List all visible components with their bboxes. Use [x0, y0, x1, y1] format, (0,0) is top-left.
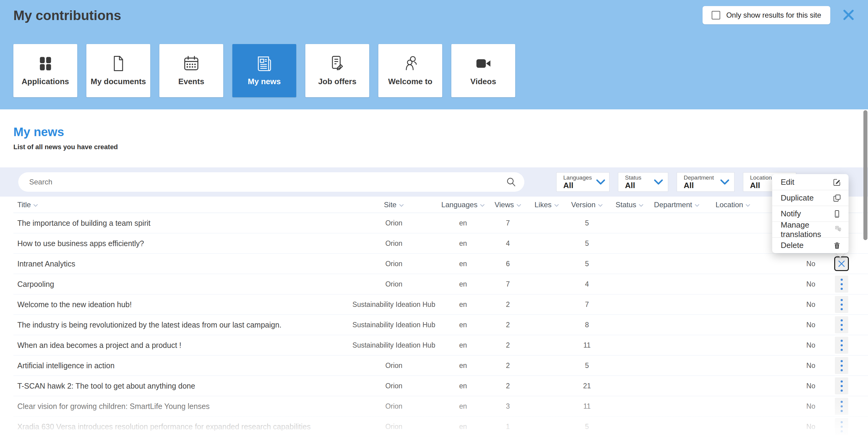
only-this-site-checkbox[interactable]: [712, 11, 720, 20]
table-row[interactable]: Clear vision for growing children: Smart…: [13, 396, 868, 416]
tab-events[interactable]: Events: [159, 44, 223, 97]
close-row-menu-button[interactable]: [834, 257, 849, 271]
column-header-likes[interactable]: Likes: [531, 201, 563, 209]
table-row[interactable]: T-SCAN hawk 2: The tool to get about any…: [13, 376, 868, 396]
cell-actions: [831, 418, 852, 435]
column-label: Views: [495, 201, 514, 209]
menu-item-delete[interactable]: Delete: [772, 237, 848, 253]
row-menu-button[interactable]: [835, 316, 848, 333]
cell-actions: [831, 377, 852, 395]
kebab-dot: [841, 308, 843, 310]
column-label: Department: [654, 201, 692, 209]
close-icon: [838, 260, 845, 268]
column-header-title[interactable]: Title: [13, 201, 347, 209]
cell-version: 5: [563, 423, 611, 431]
table-row[interactable]: When an idea becomes a project and a pro…: [13, 335, 868, 355]
banner: My contributions Only show results for t…: [0, 0, 868, 109]
search-input[interactable]: [29, 178, 505, 186]
cell-site: Sustainability Ideation Hub: [347, 301, 441, 309]
vertical-scrollbar[interactable]: [863, 110, 867, 240]
kebab-dot: [841, 380, 843, 382]
section-title: My news: [13, 125, 868, 139]
tab-welcome-to[interactable]: Welcome to: [378, 44, 442, 97]
cell-languages: en: [441, 341, 485, 349]
menu-item-label: Edit: [781, 177, 795, 187]
cell-site: Orion: [347, 219, 441, 227]
menu-item-duplicate[interactable]: Duplicate: [772, 190, 848, 206]
filter-languages[interactable]: LanguagesAll: [556, 172, 610, 192]
menu-item-manage-translations[interactable]: Manage translations: [772, 222, 848, 237]
kebab-dot: [841, 405, 843, 407]
tab-label: Events: [178, 77, 204, 86]
calendar-icon: [182, 55, 200, 73]
cell-title: Artificial intelligence in action: [13, 361, 347, 370]
search-icon[interactable]: [505, 176, 517, 188]
column-header-views[interactable]: Views: [485, 201, 531, 209]
cell-title: How to use business apps efficiently?: [13, 239, 347, 248]
table-row[interactable]: How to use business apps efficiently?Ori…: [13, 233, 868, 254]
close-panel-button[interactable]: [841, 8, 856, 23]
row-menu-button[interactable]: [835, 398, 848, 415]
kebab-dot: [841, 430, 843, 432]
table-row[interactable]: CarpoolingOrionen74No: [13, 274, 868, 295]
delete-icon: [833, 241, 841, 250]
cell-flag: No: [791, 402, 831, 410]
row-menu-button[interactable]: [835, 296, 848, 313]
tab-my-documents[interactable]: My documents: [86, 44, 150, 97]
tab-my-news[interactable]: My news: [232, 44, 296, 97]
table-row[interactable]: The importance of building a team spirit…: [13, 213, 868, 233]
table-row[interactable]: Artificial intelligence in actionOrionen…: [13, 355, 868, 376]
column-header-languages[interactable]: Languages: [441, 201, 485, 209]
cell-views: 7: [485, 280, 531, 288]
column-header-location[interactable]: Location: [706, 201, 760, 209]
column-header-site[interactable]: Site: [347, 201, 441, 209]
sort-chevron-icon: [399, 203, 404, 207]
filter-status[interactable]: StatusAll: [618, 172, 668, 192]
row-menu-button[interactable]: [835, 357, 848, 374]
menu-item-notify[interactable]: Notify: [772, 206, 848, 222]
table-row[interactable]: The industry is being revolutionized by …: [13, 315, 868, 335]
kebab-dot: [841, 319, 843, 321]
cell-site: Orion: [347, 362, 441, 370]
chevron-down-icon: [654, 179, 663, 185]
cell-title: Carpooling: [13, 280, 347, 288]
cell-site: Sustainability Ideation Hub: [347, 341, 441, 349]
table-header-row: TitleSiteLanguagesViewsLikesVersionStatu…: [13, 197, 868, 213]
row-menu-button[interactable]: [835, 377, 848, 395]
only-this-site-label: Only show results for this site: [726, 11, 821, 20]
table-row[interactable]: Xradia 630 Versa introduces resolution p…: [13, 416, 868, 437]
filter-value: All: [563, 181, 592, 190]
row-menu-button[interactable]: [835, 276, 848, 293]
kebab-dot: [841, 304, 843, 306]
filter-value: All: [684, 181, 714, 190]
cell-languages: en: [441, 382, 485, 390]
section-subtitle: List of all news you have created: [13, 143, 868, 151]
column-label: Likes: [534, 201, 551, 209]
cell-actions: [831, 296, 852, 313]
cell-version: 5: [563, 260, 611, 268]
cell-languages: en: [441, 260, 485, 268]
table-row[interactable]: Welcome to the new ideation hub!Sustaina…: [13, 295, 868, 315]
filter-value: All: [750, 181, 772, 190]
table-row[interactable]: Intranet AnalyticsOrionen65No: [13, 254, 868, 274]
tab-applications[interactable]: Applications: [13, 44, 77, 97]
column-header-status[interactable]: Status: [611, 201, 648, 209]
kebab-dot: [841, 360, 843, 362]
cell-views: 2: [485, 382, 531, 390]
row-menu-button[interactable]: [835, 418, 848, 435]
column-header-version[interactable]: Version: [563, 201, 611, 209]
tab-job-offers[interactable]: Job offers: [305, 44, 369, 97]
menu-item-edit[interactable]: Edit: [772, 174, 848, 190]
kebab-dot: [841, 401, 843, 403]
column-header-department[interactable]: Department: [648, 201, 706, 209]
filter-label: Languages: [563, 174, 592, 181]
filter-department[interactable]: DepartmentAll: [677, 172, 735, 192]
filter-label: Status: [625, 174, 642, 181]
cell-title: Clear vision for growing children: Smart…: [13, 402, 347, 411]
cell-views: 2: [485, 341, 531, 349]
cell-flag: No: [791, 423, 831, 431]
kebab-dot: [841, 324, 843, 326]
cell-site: Orion: [347, 260, 441, 268]
row-menu-button[interactable]: [835, 337, 848, 354]
tab-videos[interactable]: Videos: [451, 44, 515, 97]
